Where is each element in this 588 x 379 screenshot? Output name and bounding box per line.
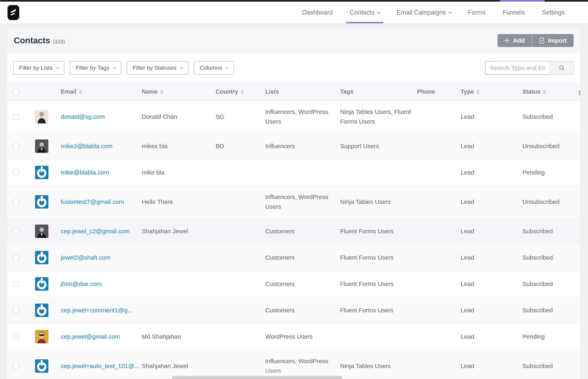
contact-row[interactable]: mike@blabla.commike blaLeadPending <box>7 159 580 186</box>
dropdown-label: Columns <box>200 65 222 71</box>
fluentcrm-logo[interactable] <box>7 5 19 20</box>
filter-by-statuses-dropdown[interactable]: Filter by Statuses <box>127 61 188 75</box>
contact-row[interactable]: cep.jewel+comment1@g...CustomersFluent F… <box>7 297 580 323</box>
contact-row[interactable]: jewel2@shah.comCustomersFluent Forms Use… <box>7 244 580 271</box>
contact-email-link[interactable]: jewel2@shah.com <box>61 254 111 261</box>
email-cell: cep.jewel+comment1@g... <box>61 297 142 323</box>
avatar-cell <box>26 100 61 133</box>
contact-email-link[interactable]: cep.jewel+comment1@g... <box>61 307 133 314</box>
avatar-header-cell <box>26 83 61 100</box>
tags-cell: Support Users <box>340 133 417 159</box>
email-cell: donald@sg.com <box>61 100 142 133</box>
email-cell: fusiontest7@gmail.com <box>61 186 142 218</box>
nav-item-label: Dashboard <box>302 9 333 16</box>
column-label: Tags <box>340 88 353 95</box>
row-select-cell <box>7 244 26 271</box>
contact-email-link[interactable]: donald@sg.com <box>61 113 105 120</box>
columns-dropdown[interactable]: Columns <box>194 61 234 75</box>
status-cell: Pending <box>522 159 580 186</box>
sort-icon[interactable] <box>160 89 163 94</box>
contact-row[interactable]: cep.jewel@gmail.comMd ShahjahanWordPress… <box>7 323 580 350</box>
contact-email-link[interactable]: cep.jewel@gmail.com <box>61 333 120 340</box>
sort-icon[interactable] <box>543 89 546 94</box>
nav-item-contacts[interactable]: Contacts <box>350 2 380 23</box>
nav-item-forms[interactable]: Forms <box>468 2 486 23</box>
nav-item-label: Contacts <box>350 9 375 16</box>
phone-cell <box>417 218 461 244</box>
column-header-status[interactable]: Status <box>522 83 580 100</box>
contact-row[interactable]: jhon@doe.comCustomersFluent Forms UsersL… <box>7 271 580 297</box>
column-label: Country <box>216 88 238 95</box>
contact-email-link[interactable]: mike2@blabla.com <box>61 143 113 149</box>
row-checkbox[interactable] <box>13 255 19 260</box>
row-checkbox[interactable] <box>13 114 19 120</box>
photo-avatar <box>35 110 48 124</box>
sort-icon[interactable] <box>79 89 82 94</box>
type-cell: Lead <box>461 350 522 379</box>
contact-email-link[interactable]: cep.jewel_c2@gmail.com <box>61 228 130 235</box>
column-header-country[interactable]: Country <box>216 83 265 100</box>
nav-item-label: Settings <box>542 9 565 16</box>
column-header-type[interactable]: Type <box>461 83 522 100</box>
country-cell <box>216 271 265 297</box>
column-header-email[interactable]: Email <box>61 83 142 100</box>
nav-item-dashboard[interactable]: Dashboard <box>302 2 333 23</box>
row-select-cell <box>7 100 26 133</box>
contact-row[interactable]: donald@sg.comDonald ChanSGInfluencers, W… <box>7 100 580 133</box>
avatar-cell <box>26 297 61 323</box>
tags-cell <box>340 159 417 186</box>
row-select-cell <box>7 218 26 244</box>
contact-row[interactable]: cep.jewel_c2@gmail.comShahjahan JewelCus… <box>7 218 580 244</box>
add-button-label: Add <box>513 37 525 44</box>
nav-item-funnels[interactable]: Funnels <box>503 2 525 23</box>
avatar-cell <box>26 244 61 271</box>
row-checkbox[interactable] <box>13 307 19 313</box>
country-cell: SG <box>216 100 265 133</box>
column-header-lists: Lists <box>265 83 340 100</box>
country-cell <box>216 244 265 271</box>
phone-cell <box>417 100 461 133</box>
status-cell: Subscribed <box>522 271 580 297</box>
row-checkbox[interactable] <box>13 143 19 149</box>
avatar-cell <box>26 350 61 379</box>
photo-avatar <box>35 330 48 343</box>
add-contact-button[interactable]: Add <box>498 34 531 47</box>
contact-email-link[interactable]: fusiontest7@gmail.com <box>61 198 124 205</box>
email-cell: cep.jewel+auto_test_101@... <box>61 350 142 379</box>
nav-item-settings[interactable]: Settings <box>542 2 565 23</box>
lists-cell: Influencers <box>265 133 340 159</box>
sort-icon[interactable] <box>241 89 244 94</box>
page-title-text: Contacts <box>14 36 50 45</box>
contact-email-link[interactable]: jhon@doe.com <box>61 281 102 287</box>
row-checkbox[interactable] <box>13 170 19 175</box>
search-input[interactable] <box>485 61 549 75</box>
sort-icon[interactable] <box>476 89 480 94</box>
chevron-down-icon <box>226 66 229 69</box>
nav-item-email-campaigns[interactable]: Email Campaigns <box>397 2 451 23</box>
contact-row[interactable]: fusiontest7@gmail.comHello ThereInfluenc… <box>7 186 580 218</box>
column-header-name[interactable]: Name <box>142 83 216 100</box>
contact-row[interactable]: mike2@blabla.commikex blaBDInfluencersSu… <box>7 133 580 159</box>
lists-cell: Influencers, WordPress Users <box>265 350 340 379</box>
status-cell: Subscribed <box>522 244 580 271</box>
phone-cell <box>417 350 461 379</box>
search-button[interactable] <box>549 61 574 75</box>
contact-email-link[interactable]: mike@blabla.com <box>61 169 109 176</box>
import-contacts-button[interactable]: Import <box>532 34 574 47</box>
tags-cell: Ninja Tables Users <box>340 186 417 218</box>
row-checkbox[interactable] <box>13 199 19 205</box>
select-all-checkbox[interactable] <box>13 89 19 95</box>
row-checkbox[interactable] <box>13 228 19 234</box>
horizontal-scrollbar-thumb[interactable] <box>172 376 342 379</box>
filter-by-lists-dropdown[interactable]: Filter by Lists <box>13 61 64 75</box>
contact-email-link[interactable]: cep.jewel+auto_test_101@... <box>61 363 139 369</box>
row-checkbox[interactable] <box>13 363 19 369</box>
name-cell: Donald Chan <box>142 100 216 133</box>
filter-by-tags-dropdown[interactable]: Filter by Tags <box>70 61 121 75</box>
column-label: Phone <box>417 88 435 95</box>
row-checkbox[interactable] <box>13 281 19 287</box>
dropdown-label: Filter by Lists <box>19 65 52 71</box>
row-checkbox[interactable] <box>13 334 19 339</box>
lists-cell: Customers <box>265 271 340 297</box>
contact-row[interactable]: cep.jewel+auto_test_101@...Shahjahan Jew… <box>7 350 580 379</box>
